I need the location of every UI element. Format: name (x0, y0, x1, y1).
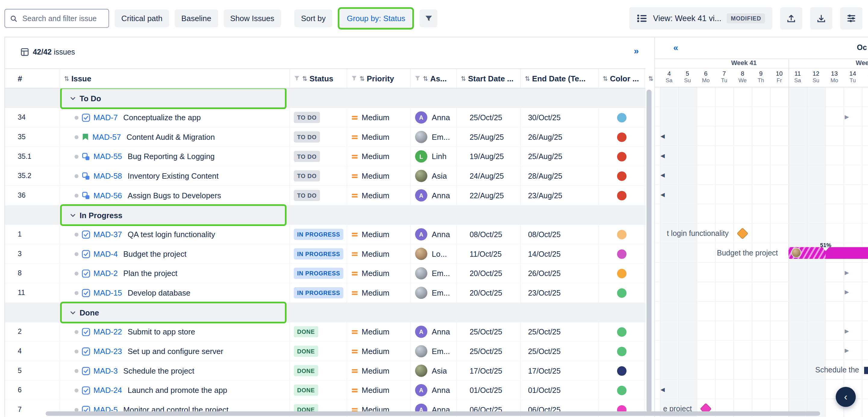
issue-key-link[interactable]: MAD-23 (93, 347, 122, 356)
sort-icon[interactable]: ⇅ (461, 75, 466, 81)
expand-dot[interactable] (75, 115, 79, 119)
issue-key-link[interactable]: MAD-2 (93, 269, 118, 278)
offscreen-left-arrow[interactable]: ◀ (660, 126, 665, 146)
sort-icon[interactable]: ⇅ (603, 75, 608, 81)
chevron-down-icon[interactable] (69, 95, 76, 101)
issue-key-link[interactable]: MAD-15 (93, 288, 122, 297)
upload-button[interactable] (780, 7, 802, 30)
expand-dot[interactable] (75, 135, 79, 139)
color-dot[interactable] (617, 191, 626, 200)
filter-icon[interactable] (293, 73, 300, 84)
color-dot[interactable] (617, 249, 626, 259)
color-dot[interactable] (617, 347, 626, 356)
offscreen-right-arrow[interactable]: ▶ (844, 282, 849, 302)
settings-sliders-button[interactable] (840, 7, 863, 30)
color-dot[interactable] (617, 327, 626, 336)
collapse-table-button[interactable]: » (634, 46, 639, 56)
status-chip[interactable]: TO DO (293, 131, 320, 143)
color-dot[interactable] (617, 113, 626, 122)
sort-icon[interactable]: ⇅ (64, 75, 69, 81)
view-selector[interactable]: View: Week 41 vi... MODIFIED (629, 7, 772, 30)
chevron-down-icon[interactable] (69, 212, 76, 218)
collapse-panel-fab[interactable]: ‹ (836, 387, 856, 407)
status-chip[interactable]: IN PROGRESS (293, 287, 343, 298)
expand-dot[interactable] (75, 271, 79, 275)
chevron-down-icon[interactable] (69, 309, 76, 316)
group-header-row[interactable]: To Do (5, 89, 645, 108)
offscreen-right-arrow[interactable]: ▶ (844, 341, 849, 360)
color-dot[interactable] (617, 132, 626, 142)
expand-dot[interactable] (75, 330, 79, 334)
status-chip[interactable]: DONE (293, 346, 318, 357)
offscreen-right-arrow[interactable]: ▶ (844, 321, 849, 341)
color-dot[interactable] (617, 385, 626, 395)
offscreen-left-arrow[interactable]: ◀ (660, 380, 665, 399)
expand-dot[interactable] (75, 408, 79, 412)
status-chip[interactable]: IN PROGRESS (293, 248, 343, 260)
filter-icon[interactable] (414, 73, 421, 84)
filter-icon[interactable] (351, 73, 357, 84)
group-header-row[interactable]: Done (5, 303, 645, 322)
show-issues-button[interactable]: Show Issues (223, 9, 281, 27)
offscreen-left-arrow[interactable]: ◀ (660, 166, 665, 185)
status-chip[interactable]: IN PROGRESS (293, 268, 343, 279)
expand-dot[interactable] (75, 291, 79, 295)
issue-key-link[interactable]: MAD-55 (93, 152, 122, 161)
sort-icon[interactable]: ⇅ (359, 75, 365, 81)
critical-path-button[interactable]: Critical path (115, 9, 169, 27)
expand-dot[interactable] (75, 232, 79, 236)
sort-by-button[interactable]: Sort by (294, 9, 332, 27)
expand-dot[interactable] (75, 252, 79, 256)
search-input[interactable] (21, 13, 103, 23)
issue-key-link[interactable]: MAD-3 (93, 366, 118, 376)
color-dot[interactable] (617, 288, 626, 297)
issue-key-link[interactable]: MAD-4 (93, 249, 118, 259)
color-dot[interactable] (617, 171, 626, 180)
sort-icon[interactable]: ⇅ (648, 76, 653, 82)
offscreen-right-arrow[interactable]: ▶ (844, 263, 849, 282)
offscreen-left-arrow[interactable]: ◀ (660, 185, 665, 204)
status-chip[interactable]: DONE (293, 365, 318, 376)
horizontal-scrollbar-thumb[interactable] (45, 411, 820, 416)
collapse-gantt-button[interactable]: « (673, 43, 678, 53)
expand-dot[interactable] (75, 388, 79, 392)
expand-dot[interactable] (75, 174, 79, 178)
baseline-button[interactable]: Baseline (175, 9, 218, 27)
issue-key-link[interactable]: MAD-56 (93, 191, 122, 200)
issue-key-link[interactable]: MAD-37 (93, 230, 122, 239)
group-by-button[interactable]: Group by: Status (340, 9, 412, 27)
status-chip[interactable]: TO DO (293, 170, 320, 181)
milestone-diamond[interactable] (737, 228, 748, 239)
color-dot[interactable] (617, 366, 626, 376)
status-chip[interactable]: DONE (293, 326, 318, 337)
sort-icon[interactable]: ⇅ (525, 75, 530, 81)
expand-dot[interactable] (75, 155, 79, 158)
issue-key-link[interactable]: MAD-7 (93, 113, 118, 122)
color-dot[interactable] (617, 152, 626, 161)
expand-dot[interactable] (75, 369, 79, 373)
status-chip[interactable]: DONE (293, 385, 318, 396)
issue-key-link[interactable]: MAD-22 (93, 327, 122, 336)
expand-dot[interactable] (75, 193, 79, 197)
status-chip[interactable]: TO DO (293, 112, 320, 123)
issue-key-link[interactable]: MAD-24 (93, 386, 122, 395)
vertical-scrollbar[interactable] (645, 89, 653, 413)
issue-key-link[interactable]: MAD-58 (93, 172, 122, 180)
group-header-row[interactable]: In Progress (5, 206, 645, 225)
status-chip[interactable]: TO DO (293, 151, 320, 162)
status-chip[interactable]: TO DO (293, 190, 320, 201)
gantt-bar[interactable] (788, 247, 868, 259)
offscreen-left-arrow[interactable]: ◀ (660, 146, 665, 166)
status-chip[interactable]: IN PROGRESS (293, 229, 343, 240)
download-button[interactable] (810, 7, 833, 30)
expand-dot[interactable] (75, 349, 79, 353)
color-dot[interactable] (617, 230, 626, 239)
sort-icon[interactable]: ⇅ (423, 75, 428, 81)
filter-button[interactable] (420, 9, 438, 27)
issue-key-link[interactable]: MAD-57 (92, 132, 121, 142)
sort-icon[interactable]: ⇅ (302, 75, 307, 81)
offscreen-right-arrow[interactable]: ▶ (844, 107, 849, 126)
vertical-scrollbar-thumb[interactable] (647, 89, 652, 413)
color-dot[interactable] (617, 268, 626, 278)
horizontal-scrollbar[interactable] (45, 411, 820, 416)
